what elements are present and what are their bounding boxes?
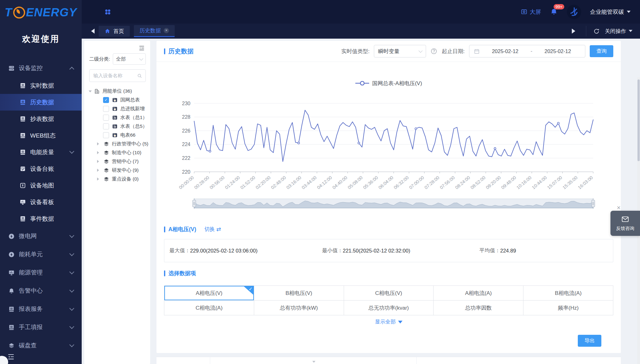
tree-checkbox[interactable]: ✓ bbox=[103, 97, 109, 103]
svg-text:07:00:00: 07:00:00 bbox=[408, 175, 425, 190]
sidebar-item-9[interactable]: 事件数据 bbox=[0, 210, 82, 227]
sidebar-item-0[interactable]: 设备监控 bbox=[0, 59, 82, 77]
metric-section-header: A相电压(V) 切换 ⇄ bbox=[156, 225, 621, 233]
data-item-3[interactable]: A相电流(A) bbox=[434, 286, 523, 301]
value-type-select[interactable]: 瞬时变量 bbox=[374, 45, 426, 57]
notifications-button[interactable]: 99+ bbox=[550, 8, 558, 16]
tabs-forward-arrow[interactable] bbox=[572, 29, 578, 34]
show-all-toggle[interactable]: 显示全部 bbox=[156, 318, 621, 325]
tree-node-label: 用能单位 (36) bbox=[102, 88, 132, 95]
data-item-8[interactable]: 总功率因数 bbox=[434, 301, 523, 315]
tree-caret-icon[interactable] bbox=[97, 151, 101, 154]
svg-text:222: 222 bbox=[182, 155, 190, 161]
sidebar-item-1[interactable]: 实时数据 bbox=[0, 77, 82, 94]
data-item-6[interactable]: 总有功功率(kW) bbox=[254, 301, 344, 315]
max-stat: 最大值： 229.00(2025-02-12 03:06:00) bbox=[164, 247, 317, 254]
chart-legend[interactable]: 国网总表-A相电压(V) bbox=[156, 79, 621, 87]
feedback-close-icon[interactable]: × bbox=[617, 204, 621, 211]
map-icon bbox=[19, 182, 26, 189]
svg-text:08:24:00: 08:24:00 bbox=[454, 175, 471, 190]
tree-checkbox[interactable] bbox=[103, 123, 109, 129]
sort-icon[interactable] bbox=[312, 361, 315, 364]
logo-text-t: T bbox=[5, 6, 12, 19]
switch-metric-button[interactable]: 切换 ⇄ bbox=[204, 226, 221, 233]
sidebar-item-label: 抄表数据 bbox=[30, 115, 54, 123]
sidebar-item-16[interactable]: 碳盘查 bbox=[0, 336, 82, 355]
data-item-1[interactable]: B相电压(V) bbox=[254, 286, 344, 301]
date-range-picker[interactable]: 2025-02-12 - 2025-02-12 bbox=[469, 45, 585, 57]
check-icon: ✓ bbox=[249, 286, 253, 292]
scrollbar-thumb[interactable] bbox=[637, 79, 640, 161]
tenant-switcher[interactable]: 企业能管双碳 bbox=[590, 8, 631, 16]
close-operations-menu[interactable]: 关闭操作 bbox=[605, 28, 632, 35]
data-item-5[interactable]: C相电流(A) bbox=[164, 301, 254, 315]
sidebar-item-6[interactable]: 设备台账 bbox=[0, 160, 82, 177]
data-item-7[interactable]: 总无功功率(kvar) bbox=[344, 301, 434, 315]
sidebar-item-3[interactable]: 抄表数据 bbox=[0, 111, 82, 127]
help-icon[interactable] bbox=[430, 48, 437, 55]
device-search bbox=[89, 69, 146, 82]
tree-node-0[interactable]: 用能单位 (36) bbox=[84, 87, 150, 95]
tree-checkbox[interactable] bbox=[103, 115, 109, 121]
tab-home[interactable]: 首页 bbox=[99, 26, 130, 37]
tree-node-1[interactable]: ✓国网总表 bbox=[84, 95, 150, 104]
sidebar-item-4[interactable]: WEB组态 bbox=[0, 127, 82, 144]
sidebar-item-8[interactable]: 设备看板 bbox=[0, 194, 82, 210]
data-item-9[interactable]: 频率(Hz) bbox=[523, 301, 613, 315]
data-item-0[interactable]: A相电压(V)✓ bbox=[164, 286, 254, 301]
welcome-text: 欢迎使用 bbox=[0, 33, 82, 45]
tabs-back-arrow[interactable] bbox=[89, 29, 95, 34]
sidebar-item-13[interactable]: 告警中心 bbox=[0, 282, 82, 300]
tree-node-8[interactable]: 营销中心 (7) bbox=[84, 157, 150, 166]
device-search-input[interactable] bbox=[93, 73, 137, 79]
sidebar-item-14[interactable]: 报表服务 bbox=[0, 300, 82, 318]
app-window: T ENERGY 欢迎使用 设备监控实时数据历史数据抄表数据WEB组态电能质量设… bbox=[0, 0, 640, 364]
tree-node-7[interactable]: 制造中心 (10) bbox=[84, 148, 150, 157]
sidebar-collapse-icon[interactable] bbox=[7, 353, 15, 361]
sidebar-item-12[interactable]: 能源管理 bbox=[0, 263, 82, 282]
tree-caret-icon[interactable] bbox=[97, 142, 101, 145]
tab-history-data[interactable]: 历史数据 × bbox=[134, 25, 175, 37]
tree-checkbox[interactable] bbox=[103, 132, 109, 138]
history-data-panel: 历史数据 实时值类型: 瞬时变量 起止日期: 2025-02-12 bbox=[156, 41, 621, 364]
tree-node-4[interactable]: 水表（总5） bbox=[84, 122, 150, 131]
tab-close-icon[interactable]: × bbox=[164, 28, 169, 33]
date-range-label: 起止日期: bbox=[442, 48, 465, 55]
layers-icon bbox=[103, 141, 109, 147]
data-item-4[interactable]: B相电流(A) bbox=[523, 286, 613, 301]
tree-caret-icon[interactable] bbox=[89, 90, 92, 94]
tree-caret-icon[interactable] bbox=[97, 169, 101, 172]
tree-node-5[interactable]: 电表66 bbox=[84, 131, 150, 139]
data-zoom-slider[interactable] bbox=[164, 198, 613, 209]
tree-checkbox[interactable] bbox=[103, 106, 109, 112]
sidebar-item-label: 设备台账 bbox=[30, 165, 54, 173]
query-button[interactable]: 查询 bbox=[590, 45, 613, 57]
sidebar-item-label: 设备地图 bbox=[30, 182, 54, 190]
avatar[interactable] bbox=[567, 5, 581, 19]
tree-node-9[interactable]: 研发中心 (9) bbox=[84, 166, 150, 175]
apps-icon[interactable] bbox=[104, 8, 112, 16]
tree-node-2[interactable]: 总进线新增 bbox=[84, 104, 150, 113]
big-screen-button[interactable]: 大屏 bbox=[521, 8, 541, 16]
tree-node-10[interactable]: 重点设备 (0) bbox=[84, 175, 150, 183]
export-button[interactable]: 导出 bbox=[578, 335, 601, 347]
sidebar-item-2[interactable]: 历史数据 bbox=[0, 94, 82, 111]
feedback-button[interactable]: 反馈咨询 bbox=[610, 211, 640, 236]
data-item-2[interactable]: C相电压(V) bbox=[344, 286, 434, 301]
refresh-icon[interactable] bbox=[593, 28, 600, 35]
sidebar-item-11[interactable]: 能耗单元 bbox=[0, 245, 82, 263]
tree-node-6[interactable]: 行政管理中心 (5) bbox=[84, 139, 150, 148]
tree-node-3[interactable]: 水表（总1） bbox=[84, 113, 150, 122]
sidebar-item-15[interactable]: 手工填报 bbox=[0, 318, 82, 336]
sidebar-item-7[interactable]: 设备地图 bbox=[0, 177, 82, 194]
chevron-down-icon bbox=[69, 269, 74, 274]
category-select[interactable]: 全部 bbox=[113, 53, 146, 65]
sidebar-item-5[interactable]: 电能质量 bbox=[0, 144, 82, 160]
bolt-icon bbox=[8, 233, 15, 240]
layers-icon bbox=[103, 176, 109, 182]
sidebar-item-10[interactable]: 微电网 bbox=[0, 227, 82, 245]
tree-caret-icon[interactable] bbox=[97, 177, 101, 181]
tree-caret-icon[interactable] bbox=[97, 160, 101, 163]
data-zoom-chart bbox=[164, 198, 613, 209]
tree-collapse-icon[interactable] bbox=[138, 45, 145, 52]
